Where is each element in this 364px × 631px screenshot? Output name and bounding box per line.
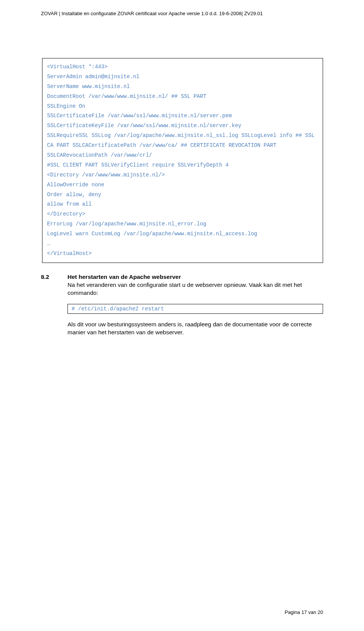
code-line: DocumentRoot /var/www/www.mijnsite.nl/ #… <box>47 92 318 102</box>
section-body: Het herstarten van de Apache webserver N… <box>67 274 323 297</box>
code-line: ServerAdmin admin@mijnsite.nl <box>47 72 318 82</box>
code-line: ErrorLog /var/log/apache/www.mijnsite.nl… <box>47 219 318 229</box>
code-line: </VirtualHost> <box>47 249 318 259</box>
code-line: SSLCertificateKeyFile /var/www/ssl/www.m… <box>47 121 318 131</box>
section-number: 8.2 <box>41 274 67 280</box>
code-line: LogLevel warn CustomLog /var/log/apache/… <box>47 229 318 239</box>
code-line: AllowOverride none <box>47 180 318 190</box>
code-line: allow from all <box>47 200 318 209</box>
code-line: </Directory> <box>47 209 318 219</box>
section-8-2: 8.2 Het herstarten van de Apache webserv… <box>41 274 323 297</box>
followup-paragraph: Als dit voor uw besturingssysteem anders… <box>67 321 323 337</box>
code-line: ServerName www.mijnsite.nl <box>47 82 318 92</box>
section-title: Het herstarten van de Apache webserver <box>67 274 323 280</box>
restart-command-code-block: # /etc/init.d/apache2 restart <box>67 304 323 314</box>
code-line: <VirtualHost *:443> <box>47 62 318 72</box>
running-header: ZOVAR | Installatie en configuratie ZOVA… <box>41 11 323 16</box>
section-text: Na het veranderen van de configuratie st… <box>67 281 323 297</box>
code-line: SSLEngine On <box>47 102 318 112</box>
code-line: SSLCARevocationPath /var/www/crl/ <box>47 151 318 161</box>
code-line: #SSL CLIENT PART SSLVerifyClient require… <box>47 161 318 170</box>
code-line: SSLCertificateFile /var/www/ssl/www.mijn… <box>47 111 318 121</box>
code-line: Order allow, deny <box>47 190 318 200</box>
code-line: … <box>47 239 318 249</box>
apache-config-code-block: <VirtualHost *:443> ServerAdmin admin@mi… <box>42 58 323 263</box>
code-line: <Directory /var/www/www.mijnsite.nl/> <box>47 170 318 180</box>
code-line: SSLRequireSSL SSLLog /var/log/apache/www… <box>47 131 318 151</box>
page-footer: Pagina 17 van 20 <box>285 609 323 615</box>
